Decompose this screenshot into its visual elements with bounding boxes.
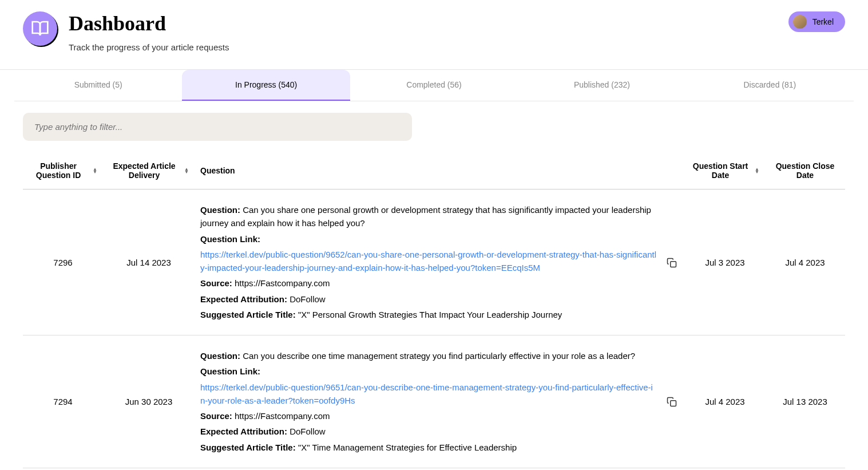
table-row: 7296Jul 14 2023Question: Can you share o… [23, 189, 845, 335]
cell-start: Jul 4 2023 [685, 335, 765, 468]
attribution-text: DoFollow [290, 294, 326, 304]
source-text: https://Fastcompany.com [235, 278, 330, 288]
cell-question: Question: Can you share one personal gro… [195, 189, 685, 335]
col-question: Question [200, 166, 235, 175]
sort-icon[interactable]: ▲▼ [755, 168, 759, 173]
page-title: Dashboard [69, 11, 229, 35]
cell-id: 7296 [23, 189, 103, 335]
tab-completed[interactable]: Completed (56) [350, 70, 518, 101]
tabs: Submitted (5)In Progress (540)Completed … [14, 70, 854, 101]
page-subtitle: Track the progress of your article reque… [69, 42, 229, 52]
svg-rect-0 [671, 261, 676, 267]
attribution-text: DoFollow [290, 426, 326, 436]
question-text: Can you describe one time management str… [243, 351, 635, 361]
cell-question: Question: Can you describe one time mana… [195, 335, 685, 468]
cell-delivery: Jun 30 2023 [103, 335, 195, 468]
cell-id: 7294 [23, 335, 103, 468]
tab-in[interactable]: In Progress (540) [182, 70, 350, 101]
avatar [793, 15, 807, 29]
tab-published[interactable]: Published (232) [518, 70, 685, 101]
col-expected-delivery: Expected Article Delivery [109, 161, 180, 180]
suggested-title: "X" Personal Growth Strategies That Impa… [298, 310, 562, 319]
question-text: Can you share one personal growth or dev… [200, 205, 651, 228]
question-link[interactable]: https://terkel.dev/public-question/9652/… [200, 250, 656, 272]
col-close-date: Question Close Date [771, 161, 839, 180]
cell-close: Jul 13 2023 [765, 335, 845, 468]
book-icon [23, 11, 57, 46]
user-pill[interactable]: Terkel [788, 11, 845, 32]
user-name: Terkel [812, 17, 834, 26]
svg-rect-1 [671, 401, 676, 406]
col-start-date: Question Start Date [691, 161, 750, 180]
source-text: https://Fastcompany.com [235, 411, 330, 421]
cell-close: Jul 4 2023 [765, 189, 845, 335]
table-row: 7294Jun 30 2023Question: Can you describ… [23, 335, 845, 468]
question-link[interactable]: https://terkel.dev/public-question/9651/… [200, 382, 653, 405]
sort-icon[interactable]: ▲▼ [93, 168, 97, 173]
tab-discarded[interactable]: Discarded (81) [686, 70, 854, 101]
col-publisher-id: Publisher Question ID [29, 161, 88, 180]
cell-start: Jul 3 2023 [685, 189, 765, 335]
suggested-title: "X" Time Management Strategies for Effec… [298, 443, 517, 452]
copy-icon[interactable] [664, 255, 679, 272]
copy-icon[interactable] [664, 394, 679, 411]
cell-delivery: Jul 14 2023 [103, 189, 195, 335]
tab-submitted[interactable]: Submitted (5) [14, 70, 182, 101]
filter-input[interactable] [23, 113, 412, 141]
sort-icon[interactable]: ▲▼ [184, 168, 189, 173]
